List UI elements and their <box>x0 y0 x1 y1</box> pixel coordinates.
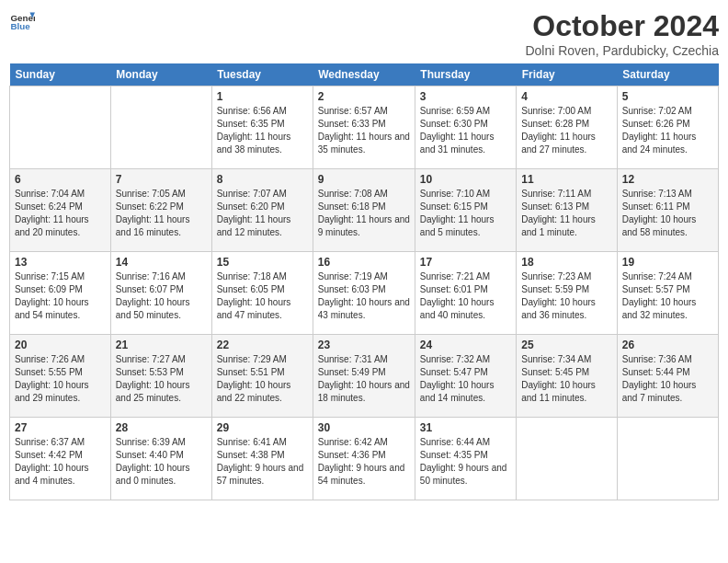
day-info: Sunrise: 7:05 AM Sunset: 6:22 PM Dayligh… <box>116 188 207 239</box>
calendar-cell: 26Sunrise: 7:36 AM Sunset: 5:44 PM Dayli… <box>617 335 718 418</box>
day-header-wednesday: Wednesday <box>313 63 415 86</box>
day-info: Sunrise: 7:34 AM Sunset: 5:45 PM Dayligh… <box>521 353 612 405</box>
calendar-cell: 17Sunrise: 7:21 AM Sunset: 6:01 PM Dayli… <box>415 252 516 335</box>
day-info: Sunrise: 7:27 AM Sunset: 5:53 PM Dayligh… <box>116 353 207 405</box>
day-header-friday: Friday <box>517 63 618 86</box>
day-info: Sunrise: 7:31 AM Sunset: 5:49 PM Dayligh… <box>318 353 410 405</box>
day-number: 17 <box>420 256 511 269</box>
day-info: Sunrise: 6:37 AM Sunset: 4:42 PM Dayligh… <box>15 436 106 488</box>
day-info: Sunrise: 7:19 AM Sunset: 6:03 PM Dayligh… <box>318 270 410 322</box>
calendar-cell: 24Sunrise: 7:32 AM Sunset: 5:47 PM Dayli… <box>415 335 516 418</box>
day-number: 1 <box>217 90 308 103</box>
calendar-cell: 15Sunrise: 7:18 AM Sunset: 6:05 PM Dayli… <box>211 252 313 335</box>
day-number: 26 <box>622 339 713 351</box>
day-info: Sunrise: 7:32 AM Sunset: 5:47 PM Dayligh… <box>420 353 511 405</box>
day-number: 13 <box>15 256 106 269</box>
month-title: October 2024 <box>525 9 719 43</box>
day-info: Sunrise: 7:00 AM Sunset: 6:28 PM Dayligh… <box>521 105 612 156</box>
day-info: Sunrise: 7:08 AM Sunset: 6:18 PM Dayligh… <box>318 188 410 239</box>
day-header-saturday: Saturday <box>617 63 718 86</box>
day-number: 14 <box>116 256 207 269</box>
day-number: 24 <box>420 339 511 351</box>
day-number: 19 <box>622 256 713 269</box>
calendar-cell: 28Sunrise: 6:39 AM Sunset: 4:40 PM Dayli… <box>110 418 211 500</box>
calendar-cell: 27Sunrise: 6:37 AM Sunset: 4:42 PM Dayli… <box>10 418 111 500</box>
day-number: 18 <box>521 256 612 269</box>
day-info: Sunrise: 7:18 AM Sunset: 6:05 PM Dayligh… <box>217 270 308 322</box>
calendar-cell: 14Sunrise: 7:16 AM Sunset: 6:07 PM Dayli… <box>110 252 211 335</box>
day-number: 11 <box>521 173 612 186</box>
day-number: 6 <box>15 173 106 186</box>
day-info: Sunrise: 6:57 AM Sunset: 6:33 PM Dayligh… <box>318 105 410 156</box>
week-row-5: 27Sunrise: 6:37 AM Sunset: 4:42 PM Dayli… <box>10 418 719 500</box>
calendar-cell: 4Sunrise: 7:00 AM Sunset: 6:28 PM Daylig… <box>517 86 618 169</box>
week-row-3: 13Sunrise: 7:15 AM Sunset: 6:09 PM Dayli… <box>10 252 719 335</box>
day-number: 7 <box>116 173 207 186</box>
calendar-cell: 12Sunrise: 7:13 AM Sunset: 6:11 PM Dayli… <box>617 169 718 252</box>
page-header: General Blue October 2024 Dolni Roven, P… <box>9 9 719 58</box>
day-number: 5 <box>622 90 713 103</box>
day-number: 3 <box>420 90 511 103</box>
calendar-cell: 20Sunrise: 7:26 AM Sunset: 5:55 PM Dayli… <box>10 335 111 418</box>
calendar-cell <box>110 86 211 169</box>
day-number: 21 <box>116 339 207 351</box>
calendar-cell: 9Sunrise: 7:08 AM Sunset: 6:18 PM Daylig… <box>313 169 415 252</box>
day-info: Sunrise: 7:11 AM Sunset: 6:13 PM Dayligh… <box>521 188 612 239</box>
day-info: Sunrise: 7:24 AM Sunset: 5:57 PM Dayligh… <box>622 270 713 322</box>
calendar-cell: 11Sunrise: 7:11 AM Sunset: 6:13 PM Dayli… <box>517 169 618 252</box>
day-number: 27 <box>15 421 106 434</box>
day-info: Sunrise: 6:56 AM Sunset: 6:35 PM Dayligh… <box>217 105 308 156</box>
day-info: Sunrise: 7:10 AM Sunset: 6:15 PM Dayligh… <box>420 188 511 239</box>
calendar-cell: 5Sunrise: 7:02 AM Sunset: 6:26 PM Daylig… <box>617 86 718 169</box>
week-row-4: 20Sunrise: 7:26 AM Sunset: 5:55 PM Dayli… <box>10 335 719 418</box>
day-number: 30 <box>318 421 410 434</box>
day-info: Sunrise: 7:26 AM Sunset: 5:55 PM Dayligh… <box>15 353 106 405</box>
day-info: Sunrise: 7:04 AM Sunset: 6:24 PM Dayligh… <box>15 188 106 239</box>
day-number: 23 <box>318 339 410 351</box>
day-number: 15 <box>217 256 308 269</box>
day-number: 29 <box>217 421 308 434</box>
calendar-cell <box>517 418 618 500</box>
calendar-cell: 21Sunrise: 7:27 AM Sunset: 5:53 PM Dayli… <box>110 335 211 418</box>
day-info: Sunrise: 7:23 AM Sunset: 5:59 PM Dayligh… <box>521 270 612 322</box>
day-number: 8 <box>217 173 308 186</box>
day-number: 28 <box>116 421 207 434</box>
day-header-sunday: Sunday <box>10 63 111 86</box>
calendar-cell: 2Sunrise: 6:57 AM Sunset: 6:33 PM Daylig… <box>313 86 415 169</box>
day-info: Sunrise: 7:13 AM Sunset: 6:11 PM Dayligh… <box>622 188 713 239</box>
day-number: 2 <box>318 90 410 103</box>
day-info: Sunrise: 7:02 AM Sunset: 6:26 PM Dayligh… <box>622 105 713 156</box>
calendar-cell: 18Sunrise: 7:23 AM Sunset: 5:59 PM Dayli… <box>517 252 618 335</box>
day-info: Sunrise: 7:16 AM Sunset: 6:07 PM Dayligh… <box>116 270 207 322</box>
day-number: 4 <box>521 90 612 103</box>
day-number: 25 <box>521 339 612 351</box>
day-header-monday: Monday <box>110 63 211 86</box>
day-info: Sunrise: 7:21 AM Sunset: 6:01 PM Dayligh… <box>420 270 511 322</box>
day-info: Sunrise: 7:15 AM Sunset: 6:09 PM Dayligh… <box>15 270 106 322</box>
day-info: Sunrise: 6:39 AM Sunset: 4:40 PM Dayligh… <box>116 436 207 488</box>
calendar-cell: 1Sunrise: 6:56 AM Sunset: 6:35 PM Daylig… <box>211 86 313 169</box>
calendar-cell: 16Sunrise: 7:19 AM Sunset: 6:03 PM Dayli… <box>313 252 415 335</box>
header-row: SundayMondayTuesdayWednesdayThursdayFrid… <box>10 63 719 86</box>
calendar-cell: 23Sunrise: 7:31 AM Sunset: 5:49 PM Dayli… <box>313 335 415 418</box>
logo-icon: General Blue <box>9 9 35 35</box>
calendar-cell: 8Sunrise: 7:07 AM Sunset: 6:20 PM Daylig… <box>211 169 313 252</box>
day-number: 31 <box>420 421 511 434</box>
day-number: 10 <box>420 173 511 186</box>
svg-text:Blue: Blue <box>10 21 30 31</box>
day-number: 12 <box>622 173 713 186</box>
calendar-cell: 22Sunrise: 7:29 AM Sunset: 5:51 PM Dayli… <box>211 335 313 418</box>
week-row-1: 1Sunrise: 6:56 AM Sunset: 6:35 PM Daylig… <box>10 86 719 169</box>
day-header-thursday: Thursday <box>415 63 516 86</box>
calendar-cell: 10Sunrise: 7:10 AM Sunset: 6:15 PM Dayli… <box>415 169 516 252</box>
logo: General Blue <box>9 9 35 35</box>
week-row-2: 6Sunrise: 7:04 AM Sunset: 6:24 PM Daylig… <box>10 169 719 252</box>
day-info: Sunrise: 7:07 AM Sunset: 6:20 PM Dayligh… <box>217 188 308 239</box>
calendar-cell <box>617 418 718 500</box>
day-info: Sunrise: 7:36 AM Sunset: 5:44 PM Dayligh… <box>622 353 713 405</box>
calendar-cell: 6Sunrise: 7:04 AM Sunset: 6:24 PM Daylig… <box>10 169 111 252</box>
day-header-tuesday: Tuesday <box>211 63 313 86</box>
title-block: October 2024 Dolni Roven, Pardubicky, Cz… <box>525 9 719 58</box>
location: Dolni Roven, Pardubicky, Czechia <box>525 43 719 58</box>
day-number: 16 <box>318 256 410 269</box>
